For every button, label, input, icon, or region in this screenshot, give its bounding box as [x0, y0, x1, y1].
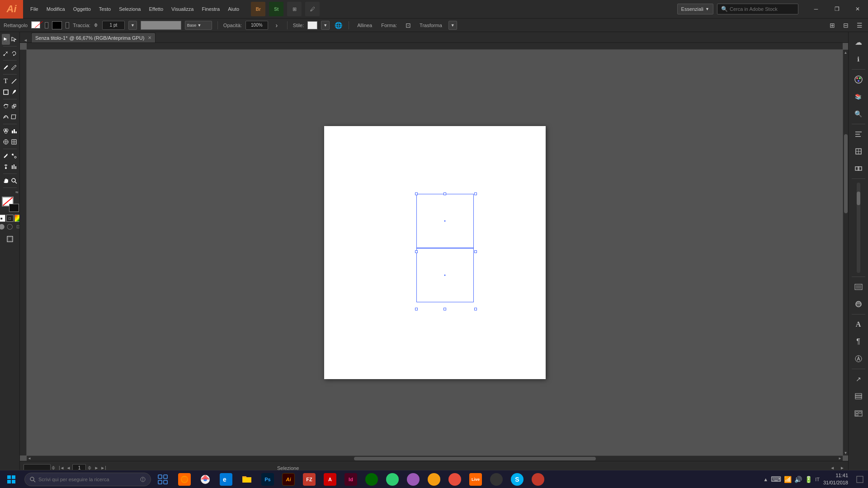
document-tab[interactable]: Senza titolo-1* @ 66,67% (RGB/Anteprima …	[31, 33, 156, 42]
pathfinder-icon-btn[interactable]	[850, 160, 867, 177]
bridge-button[interactable]: Br	[251, 2, 265, 16]
menu-finestra[interactable]: Finestra	[198, 5, 223, 14]
taskbar-app13[interactable]	[424, 470, 444, 488]
start-button[interactable]	[0, 470, 23, 488]
selection-tool[interactable]	[2, 34, 10, 45]
notification-area[interactable]	[852, 470, 868, 488]
background-swatch[interactable]	[9, 204, 19, 212]
direct-selection-tool[interactable]	[10, 34, 18, 45]
taskbar-illustrator[interactable]: Ai	[278, 470, 298, 488]
stroke-style-dropdown[interactable]: Base ▼	[185, 21, 212, 30]
stock-search-input[interactable]	[730, 6, 793, 12]
taskbar-edge[interactable]: e	[216, 470, 236, 488]
type-A-icon[interactable]: A	[850, 316, 867, 333]
lasso-tool[interactable]	[10, 48, 18, 59]
close-button[interactable]: ✕	[847, 0, 868, 19]
free-transform-tool[interactable]	[10, 112, 18, 122]
rectangle-bottom[interactable]	[416, 248, 474, 302]
handle-bc[interactable]	[443, 308, 446, 310]
taskbar-filezilla[interactable]: FZ	[299, 470, 319, 488]
fill-swatch[interactable]	[31, 21, 41, 29]
column-graph-tool[interactable]	[10, 161, 18, 172]
warp-tool[interactable]	[2, 112, 10, 122]
symbol-sprayer-tool[interactable]	[2, 161, 10, 172]
close-tab-btn[interactable]: ✕	[148, 35, 151, 40]
layers-icon[interactable]	[850, 388, 867, 404]
taskbar-acrobat[interactable]: A	[320, 470, 340, 488]
handle-mr[interactable]	[474, 250, 477, 253]
stock-search-box[interactable]: 🔍	[717, 4, 798, 14]
color-mode-mask[interactable]: ◯	[6, 223, 14, 230]
scroll-left-btn[interactable]: ◄	[27, 456, 32, 461]
trasforma-dropdown[interactable]: ▼	[448, 21, 457, 30]
properties-panel-icon[interactable]: ⊟	[841, 20, 851, 30]
tb-battery-icon[interactable]: 🔋	[805, 476, 812, 483]
scroll-left-arrow[interactable]: ◄	[24, 38, 28, 42]
canvas-container[interactable]	[27, 50, 843, 455]
taskbar-app12[interactable]	[403, 470, 423, 488]
menu-visualizza[interactable]: Visualizza	[168, 5, 197, 14]
taskbar-app11[interactable]	[382, 470, 402, 488]
fill-icon[interactable]: ■	[0, 215, 5, 222]
taskbar-app18[interactable]	[528, 470, 548, 488]
paintbrush-tool[interactable]	[10, 87, 18, 98]
taskbar-indesign[interactable]: Id	[341, 470, 361, 488]
appearance-icon[interactable]	[850, 296, 867, 312]
export-icon[interactable]: ↗	[850, 371, 867, 387]
zoom-tool[interactable]	[10, 175, 18, 186]
stroke-icon[interactable]: □	[6, 215, 14, 222]
clock[interactable]: 11:41	[823, 472, 848, 479]
tb-up-arrow[interactable]: ▲	[763, 477, 768, 482]
handle-ml[interactable]	[415, 250, 418, 253]
line-tool[interactable]	[10, 76, 18, 87]
pen-tool[interactable]	[2, 62, 10, 73]
text-tool[interactable]: T	[2, 76, 10, 87]
align-icon-btn[interactable]	[850, 126, 867, 142]
menu-testo[interactable]: Testo	[95, 5, 114, 14]
hscroll-track[interactable]	[32, 456, 837, 461]
stroke-color-preview[interactable]	[141, 21, 181, 30]
globe-icon[interactable]: 🌐	[333, 20, 343, 30]
opacity-more-btn[interactable]: ›	[272, 20, 282, 30]
stroke-dropdown[interactable]: ▼	[128, 21, 137, 30]
vscroll-thumb[interactable]	[844, 134, 848, 213]
scroll-up-btn[interactable]: ▲	[844, 50, 848, 55]
opentype-icon[interactable]	[850, 351, 867, 367]
menu-seleziona[interactable]: Seleziona	[115, 5, 144, 14]
handle-tc[interactable]	[443, 192, 446, 195]
taskbar-app14[interactable]	[445, 470, 465, 488]
taskbar-chrome[interactable]	[195, 470, 215, 488]
tb-network-icon[interactable]: 📶	[784, 476, 792, 483]
artboard-tool[interactable]	[2, 234, 18, 244]
puppet-warp-tool[interactable]	[2, 136, 10, 147]
taskbar-search-input[interactable]	[38, 477, 137, 482]
handle-br[interactable]	[474, 308, 477, 310]
right-panel-scrollthumb[interactable]	[857, 192, 860, 205]
menu-modifica[interactable]: Modifica	[43, 5, 69, 14]
forma-options-icon[interactable]: ⊡	[403, 20, 413, 30]
opacity-input[interactable]	[245, 21, 268, 30]
page-spinners[interactable]	[88, 466, 91, 470]
mesh-tool[interactable]	[10, 136, 18, 147]
scale-tool[interactable]	[10, 101, 18, 112]
stroke-width-input[interactable]	[102, 21, 125, 30]
more-options-icon[interactable]: ☰	[854, 20, 864, 30]
artboard[interactable]	[324, 126, 546, 379]
canvas-area[interactable]: ◄ Senza titolo-1* @ 66,67% (RGB/Anteprim…	[20, 32, 848, 474]
hand-icon-btn[interactable]	[850, 143, 867, 160]
handle-bl[interactable]	[415, 308, 418, 310]
workspace-dropdown[interactable]: Essenziali ▼	[677, 4, 713, 14]
zoom-spinners[interactable]	[52, 466, 55, 470]
shape-mode-icon[interactable]	[850, 279, 867, 295]
stroke-spinners[interactable]	[94, 21, 99, 29]
taskbar-skype[interactable]: S	[507, 470, 527, 488]
forma-btn[interactable]: Forma:	[378, 22, 400, 29]
scroll-right-btn[interactable]: ►	[837, 456, 843, 461]
magic-wand-tool[interactable]	[2, 48, 10, 59]
eyedropper-tool[interactable]	[2, 150, 10, 161]
stroke-swatch[interactable]	[52, 21, 62, 29]
swap-colors-icon[interactable]: ⇆	[14, 189, 19, 195]
rotate-tool[interactable]	[2, 101, 10, 112]
stroke-arrow[interactable]	[66, 22, 69, 28]
taskview-button[interactable]	[153, 470, 173, 488]
